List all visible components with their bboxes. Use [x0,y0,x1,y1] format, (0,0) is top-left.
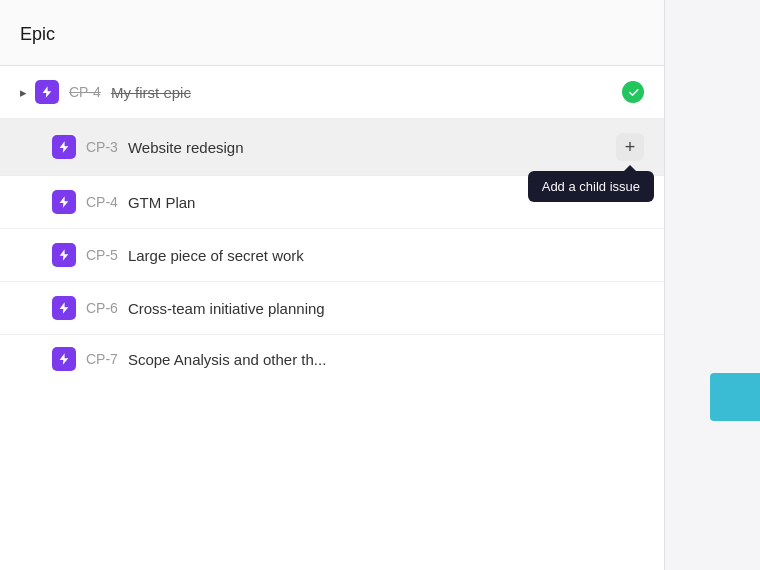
epic-title-cp5: Large piece of secret work [128,247,644,264]
lightning-icon-cp5 [57,248,71,262]
lightning-icon-cp3 [57,140,71,154]
epic-type-icon-cp6 [52,296,76,320]
lightning-icon-cp6 [57,301,71,315]
epic-row-cp5[interactable]: CP-5 Large piece of secret work [0,229,664,282]
epic-type-icon [35,80,59,104]
epic-row-cp6[interactable]: CP-6 Cross-team initiative planning [0,282,664,335]
epic-row-cp7[interactable]: CP-7 Scope Analysis and other th... [0,335,664,383]
teal-progress-bar [710,373,760,421]
main-container: Epic ▸ CP-4 My first epic CP-3 Website r… [0,0,760,570]
epic-id-cp4-parent: CP-4 [69,84,101,100]
add-child-button[interactable]: + [616,133,644,161]
epic-type-icon-cp3 [52,135,76,159]
chevron-icon: ▸ [20,85,27,100]
epic-title-cp4-parent: My first epic [111,84,622,101]
epic-row-cp4-gtm[interactable]: CP-4 GTM Plan [0,176,664,229]
epic-id-cp4-gtm: CP-4 [86,194,118,210]
epic-title-cp7: Scope Analysis and other th... [128,351,644,368]
add-child-wrapper: + Add a child issue [616,133,644,161]
epic-id-cp7: CP-7 [86,351,118,367]
lightning-icon-cp7 [57,352,71,366]
completed-checkmark-icon [622,81,644,103]
epic-row-cp4-parent[interactable]: ▸ CP-4 My first epic [0,66,664,119]
epic-type-icon-cp4-gtm [52,190,76,214]
left-panel: Epic ▸ CP-4 My first epic CP-3 Website r… [0,0,665,570]
epic-row-cp3[interactable]: CP-3 Website redesign + Add a child issu… [0,119,664,176]
epic-id-cp5: CP-5 [86,247,118,263]
epic-id-cp6: CP-6 [86,300,118,316]
right-panel [665,0,760,570]
epic-type-icon-cp7 [52,347,76,371]
epic-title-cp4-gtm: GTM Plan [128,194,644,211]
header-row: Epic [0,0,664,66]
epic-header-title: Epic [20,24,644,45]
epic-type-icon-cp5 [52,243,76,267]
check-icon [627,86,640,99]
epic-title-cp3: Website redesign [128,139,616,156]
lightning-icon [40,85,54,99]
epic-id-cp3: CP-3 [86,139,118,155]
lightning-icon-cp4-gtm [57,195,71,209]
epic-title-cp6: Cross-team initiative planning [128,300,644,317]
